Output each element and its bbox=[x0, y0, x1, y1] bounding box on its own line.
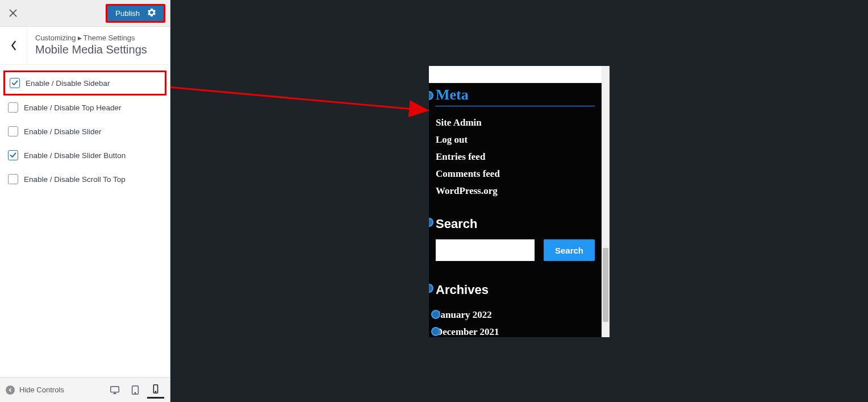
search-form: Search bbox=[436, 239, 595, 261]
mobile-content: Meta Site Admin Log out Entries feed Com… bbox=[429, 66, 602, 337]
check-icon bbox=[11, 79, 19, 87]
collapse-icon bbox=[6, 386, 15, 395]
preview-scrollbar[interactable] bbox=[602, 66, 610, 337]
panel-footer: Hide Controls bbox=[0, 377, 170, 402]
device-tablet-button[interactable] bbox=[127, 382, 144, 399]
gear-icon bbox=[148, 9, 156, 18]
publish-button[interactable]: Publish bbox=[107, 6, 164, 21]
bullet-icon bbox=[429, 218, 433, 227]
bullet-icon bbox=[431, 310, 440, 319]
search-widget: Search Search bbox=[429, 208, 602, 269]
breadcrumb-section: Customizing ▶ Theme Settings Mobile Medi… bbox=[0, 27, 170, 65]
meta-link-site-admin[interactable]: Site Admin bbox=[436, 114, 595, 131]
desktop-icon bbox=[110, 385, 120, 395]
caret-right-icon: ▶ bbox=[78, 35, 82, 41]
checkbox-top-header[interactable] bbox=[8, 102, 18, 113]
option-top-header[interactable]: Enable / Disable Top Header bbox=[0, 96, 170, 119]
svg-rect-0 bbox=[111, 386, 119, 392]
svg-point-4 bbox=[155, 391, 156, 392]
checkbox-slider[interactable] bbox=[8, 126, 18, 136]
back-button[interactable] bbox=[0, 27, 27, 64]
scrollbar-thumb[interactable] bbox=[603, 248, 608, 322]
chevron-left-icon bbox=[10, 40, 17, 51]
underline-decoration bbox=[436, 106, 595, 106]
breadcrumb-customizing: Customizing bbox=[35, 34, 76, 42]
publish-label: Publish bbox=[115, 9, 140, 18]
option-label: Enable / Disable Slider Button bbox=[24, 151, 126, 160]
checkbox-sidebar[interactable] bbox=[10, 78, 20, 88]
bullet-icon bbox=[431, 327, 440, 336]
archives-title: Archives bbox=[436, 279, 595, 300]
option-slider-button[interactable]: Enable / Disable Slider Button bbox=[0, 143, 170, 167]
device-desktop-button[interactable] bbox=[106, 382, 123, 399]
close-button[interactable] bbox=[6, 6, 20, 20]
breadcrumb-texts: Customizing ▶ Theme Settings Mobile Medi… bbox=[27, 27, 170, 64]
archives-widget: Archives January 2022 December 2021 bbox=[429, 269, 602, 337]
option-slider[interactable]: Enable / Disable Slider bbox=[0, 119, 170, 143]
device-buttons bbox=[106, 382, 164, 399]
close-icon bbox=[9, 9, 18, 18]
option-label: Enable / Disable Slider bbox=[24, 127, 102, 136]
meta-widget: Meta Site Admin Log out Entries feed Com… bbox=[429, 83, 602, 208]
breadcrumb-parent: Theme Settings bbox=[84, 34, 135, 42]
customizer-panel: Publish Customizing ▶ Theme Settings Mob… bbox=[0, 0, 170, 402]
preview-area: Meta Site Admin Log out Entries feed Com… bbox=[170, 0, 868, 402]
publish-highlight-box: Publish bbox=[106, 4, 165, 23]
meta-link-comments-feed[interactable]: Comments feed bbox=[436, 165, 595, 183]
breadcrumb: Customizing ▶ Theme Settings bbox=[35, 34, 162, 42]
hide-controls-label: Hide Controls bbox=[19, 386, 64, 394]
mobile-preview-frame: Meta Site Admin Log out Entries feed Com… bbox=[429, 66, 610, 337]
meta-link-wordpress-org[interactable]: WordPress.org bbox=[436, 183, 595, 200]
checkbox-slider-button[interactable] bbox=[8, 150, 18, 160]
svg-point-2 bbox=[135, 392, 135, 393]
options-list: Enable / Disable Sidebar Enable / Disabl… bbox=[0, 65, 170, 377]
option-label: Enable / Disable Sidebar bbox=[26, 79, 110, 88]
meta-link-entries-feed[interactable]: Entries feed bbox=[436, 148, 595, 165]
archive-link-dec-2021[interactable]: December 2021 bbox=[436, 324, 595, 337]
search-button[interactable]: Search bbox=[544, 239, 595, 261]
search-input[interactable] bbox=[436, 239, 535, 261]
preview-white-bar bbox=[429, 66, 602, 83]
checkbox-scroll-to-top[interactable] bbox=[8, 174, 18, 184]
bullet-icon bbox=[429, 284, 433, 293]
page-title: Mobile Media Settings bbox=[35, 43, 162, 56]
option-sidebar[interactable]: Enable / Disable Sidebar bbox=[3, 71, 166, 96]
hide-controls-button[interactable]: Hide Controls bbox=[6, 386, 64, 395]
device-mobile-button[interactable] bbox=[147, 382, 164, 399]
check-icon bbox=[9, 151, 17, 159]
mobile-icon bbox=[151, 384, 161, 394]
archives-list: January 2022 December 2021 bbox=[436, 306, 595, 337]
meta-list: Site Admin Log out Entries feed Comments… bbox=[436, 114, 595, 200]
meta-link-log-out[interactable]: Log out bbox=[436, 131, 595, 148]
panel-header: Publish bbox=[0, 0, 170, 27]
option-label: Enable / Disable Scroll To Top bbox=[24, 175, 126, 184]
search-title: Search bbox=[436, 213, 595, 234]
option-label: Enable / Disable Top Header bbox=[24, 103, 122, 112]
tablet-icon bbox=[130, 385, 140, 395]
meta-title: Meta bbox=[436, 83, 595, 106]
option-scroll-to-top[interactable]: Enable / Disable Scroll To Top bbox=[0, 167, 170, 191]
archive-link-jan-2022[interactable]: January 2022 bbox=[436, 306, 595, 324]
bullet-icon bbox=[429, 91, 433, 100]
